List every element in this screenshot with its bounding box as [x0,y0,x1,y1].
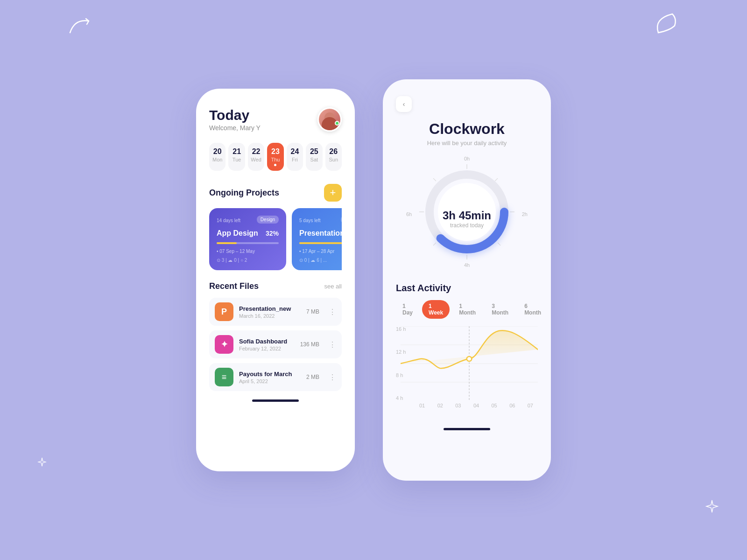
home-indicator [252,399,299,402]
x-label-03: 03 [455,403,461,408]
project-days-1: 5 days left [299,218,321,223]
cal-day-22[interactable]: 22Wed [248,143,264,171]
file-date-0: March 16, 2022 [239,313,301,319]
deco-star-small [37,457,47,467]
project-card-0[interactable]: 14 days left Design App Design 32% • 07 … [209,208,286,270]
project-tag-0: Design [257,216,279,224]
cal-day-21[interactable]: 21Tue [228,143,245,171]
calendar-strip: 20Mon21Tue22Wed23Thu24Fri25Sat26Sun [209,143,342,171]
file-date-2: April 5, 2022 [239,378,301,384]
add-project-button[interactable]: + [324,184,342,202]
filter-tab-1-day[interactable]: 1 Day [396,300,419,319]
file-size-1: 136 MB [300,341,319,348]
project-bar-fill-0 [217,242,237,244]
donut-label: tracked today [443,222,491,229]
phone1-header: Today Welcome, Mary Y [209,107,342,132]
filter-tabs: 1 Day1 Week1 Month3 Month6 Month [396,300,538,319]
avatar-status-dot [335,121,339,126]
back-button[interactable]: ‹ [396,96,412,112]
phone1-title-group: Today Welcome, Mary Y [209,107,261,132]
projects-section-header: Ongoing Projects + [209,184,342,202]
filter-tab-1-month[interactable]: 1 Month [452,300,482,319]
file-name-0: Presentation_new [239,305,301,312]
filter-tab-1-week[interactable]: 1 Week [422,300,450,319]
cal-day-23[interactable]: 23Thu [267,143,283,171]
file-icon-0: P [215,302,233,321]
project-pct-0: 32% [266,230,279,237]
phone2-subtitle: Here will be your daily activity [396,140,538,147]
file-item-0[interactable]: P Presentation_new March 16, 2022 7 MB ⋮ [209,298,342,326]
cal-day-20[interactable]: 20Mon [209,143,226,171]
project-tag-1: Marke [341,216,342,224]
phone2-title: Clockwork [396,120,538,138]
deco-leaf-right [649,9,682,37]
project-card-1[interactable]: 5 days left Marke Presentation 85% • 17 … [292,208,342,270]
files-section-header: Recent Files see all [209,281,342,291]
file-size-2: 2 MB [306,374,319,380]
phone1-title: Today [209,107,261,123]
file-more-button-2[interactable]: ⋮ [329,373,336,382]
file-name-1: Sofia Dashboard [239,338,295,345]
file-icon-1: ✦ [215,335,233,354]
deco-arrow-left [65,14,93,42]
file-info-2: Payouts for March April 5, 2022 [239,371,301,384]
cal-day-25[interactable]: 25Sat [306,143,322,171]
x-label-02: 02 [437,403,443,408]
activity-title: Last Activity [396,283,538,294]
file-list: P Presentation_new March 16, 2022 7 MB ⋮… [209,298,342,391]
donut-time: 3h 45min [443,209,491,222]
x-label-05: 05 [492,403,497,408]
phone2-header: ‹ [396,96,538,112]
phones-container: Today Welcome, Mary Y 20Mon21Tue22Wed23T… [196,79,551,481]
phone1: Today Welcome, Mary Y 20Mon21Tue22Wed23T… [196,89,355,471]
donut-section: 0h 6h 2h 4h [396,156,538,273]
project-name-0: App Design [217,229,258,238]
file-item-1[interactable]: ✦ Sofia Dashboard February 12, 2022 136 … [209,330,342,358]
donut-center: 3h 45min tracked today [443,209,491,229]
home-indicator-2 [444,428,490,430]
x-label-06: 06 [509,403,515,408]
chart-svg [401,326,538,401]
svg-point-16 [467,357,472,361]
project-icons-1: ⊙ 0 | ☁ 6 | ... [299,258,342,263]
cal-day-24[interactable]: 24Fri [287,143,303,171]
file-size-0: 7 MB [306,308,319,315]
chart-area: 16 h 12 h 8 h 4 h [396,326,538,420]
project-name-1: Presentation [299,229,342,238]
activity-section: Last Activity 1 Day1 Week1 Month3 Month6… [396,283,538,420]
deco-star [705,499,719,513]
file-more-button-0[interactable]: ⋮ [329,308,336,316]
active-day-dot [274,164,276,166]
file-info-0: Presentation_new March 16, 2022 [239,305,301,319]
projects-section-title: Ongoing Projects [209,188,279,198]
file-icon-2: ≡ [215,368,233,386]
file-info-1: Sofia Dashboard February 12, 2022 [239,338,295,351]
project-icons-0: ⊙ 3 | ☁ 0 | ○ 2 [217,258,279,263]
phone1-subtitle: Welcome, Mary Y [209,124,261,132]
chart-plot [401,326,538,401]
project-date-1: • 17 Apr – 28 Apr [299,249,342,254]
project-bar-bg-1 [299,242,342,244]
projects-row: 14 days left Design App Design 32% • 07 … [209,208,342,270]
filter-tab-3-month[interactable]: 3 Month [485,300,515,319]
clock-label-6h: 6h [406,211,412,217]
avatar[interactable] [317,107,342,132]
project-date-0: • 07 Sep – 12 May [217,249,279,254]
x-label-07: 07 [528,403,533,408]
x-label-01: 01 [419,403,425,408]
filter-tab-6-month[interactable]: 6 Month [518,300,548,319]
project-bar-fill-1 [299,242,342,244]
project-bar-bg-0 [217,242,279,244]
x-label-04: 04 [473,403,479,408]
clock-label-2h: 2h [522,211,528,217]
file-more-button-1[interactable]: ⋮ [329,340,336,349]
project-days-0: 14 days left [217,218,240,223]
file-item-2[interactable]: ≡ Payouts for March April 5, 2022 2 MB ⋮ [209,363,342,391]
file-name-2: Payouts for March [239,371,301,378]
file-date-1: February 12, 2022 [239,346,295,351]
phone2: ‹ Clockwork Here will be your daily acti… [383,79,551,481]
see-all-button[interactable]: see all [324,283,342,290]
chart-x-labels: 01 02 03 04 05 06 07 [396,403,538,408]
files-section-title: Recent Files [209,281,259,291]
cal-day-26[interactable]: 26Sun [325,143,342,171]
